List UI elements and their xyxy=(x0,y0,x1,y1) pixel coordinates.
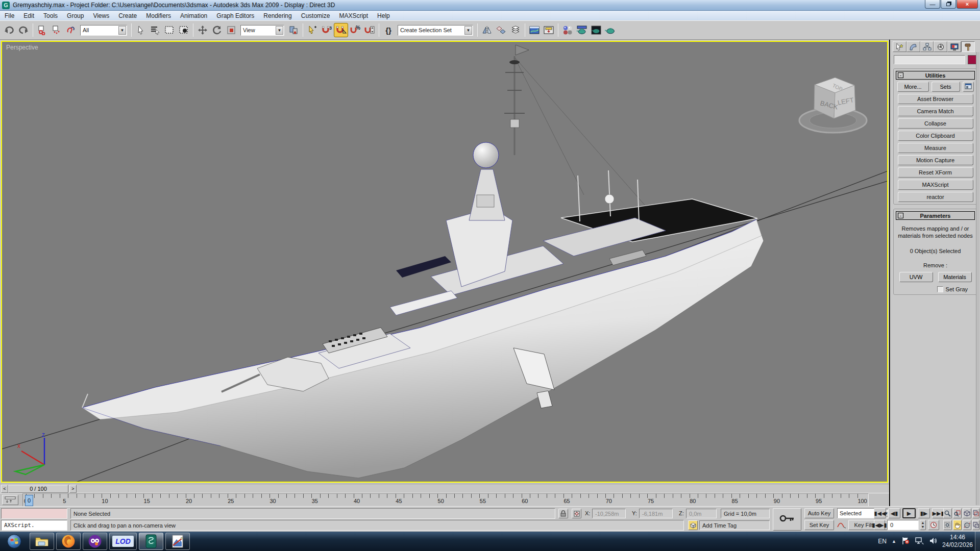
panel-scrollbar[interactable] xyxy=(976,52,979,505)
select-and-manipulate-icon[interactable] xyxy=(305,23,320,37)
menu-item[interactable]: Rendering xyxy=(259,11,296,20)
set-gray-checkbox[interactable] xyxy=(937,286,943,292)
zoom-extents-icon[interactable] xyxy=(963,508,971,518)
menu-item[interactable]: Views xyxy=(88,11,114,20)
file-explorer-icon[interactable] xyxy=(30,533,54,550)
open-mini-curve-editor-button[interactable] xyxy=(2,495,18,505)
menu-item[interactable]: Edit xyxy=(19,11,39,20)
x-coordinate-field[interactable]: -10,258m xyxy=(592,509,626,518)
zoom-extents-all-icon[interactable] xyxy=(972,508,979,518)
absolute-offset-toggle-icon[interactable] xyxy=(572,509,581,518)
tab-modify-icon[interactable] xyxy=(906,41,920,52)
parameters-rollout-header[interactable]: - Parameters xyxy=(896,211,975,220)
region-zoom-icon[interactable] xyxy=(943,520,952,530)
hidden-icons-chevron[interactable]: ▲ xyxy=(892,539,896,544)
frame-spinner[interactable]: ▲▼ xyxy=(920,520,926,530)
time-configuration-button[interactable] xyxy=(928,520,939,530)
utility-button[interactable]: Color Clipboard xyxy=(898,131,973,141)
tab-display-icon[interactable] xyxy=(947,41,961,52)
minimize-button[interactable]: — xyxy=(925,0,940,9)
y-coordinate-field[interactable]: -6,181m xyxy=(639,509,673,518)
spinner-snap-toggle-icon[interactable] xyxy=(362,23,377,37)
go-to-end-button[interactable]: ▶▶▮ xyxy=(932,508,944,518)
menu-item[interactable]: Group xyxy=(62,11,88,20)
previous-frame-arrow[interactable]: < xyxy=(1,485,8,493)
render-setup-icon[interactable] xyxy=(575,23,589,37)
select-by-name-icon[interactable] xyxy=(148,23,162,37)
utility-button[interactable]: reactor xyxy=(898,192,973,202)
selection-filter-dropdown[interactable]: All ▼ xyxy=(80,25,127,36)
rectangular-selection-region-icon[interactable] xyxy=(162,23,177,37)
menu-item[interactable]: File xyxy=(0,11,19,20)
percent-snap-toggle-icon[interactable]: % xyxy=(348,23,362,37)
set-key-button[interactable]: Set Key xyxy=(804,520,834,530)
viewport-label[interactable]: Perspective xyxy=(6,44,38,51)
select-and-move-icon[interactable] xyxy=(195,23,210,37)
taskbar-clock[interactable]: 14:46 24/02/2026 xyxy=(942,534,973,549)
redo-icon[interactable] xyxy=(16,23,31,37)
mirror-icon[interactable] xyxy=(480,23,494,37)
select-and-link-icon[interactable] xyxy=(35,23,50,37)
pan-view-icon[interactable] xyxy=(953,520,962,530)
menu-item[interactable]: Customize xyxy=(297,11,335,20)
current-frame-field[interactable]: 0 xyxy=(887,520,919,530)
snap-toggle-3d-icon[interactable]: 3 xyxy=(320,23,334,37)
tab-utilities-icon[interactable] xyxy=(961,41,975,52)
play-button[interactable]: ▶ xyxy=(902,508,916,518)
menu-item[interactable]: Help xyxy=(373,11,395,20)
time-ruler[interactable]: 0510152025303540455055606570758085909510… xyxy=(22,493,869,507)
tab-motion-icon[interactable] xyxy=(934,41,947,52)
utility-button[interactable]: Motion Capture xyxy=(898,155,973,165)
set-keys-button[interactable] xyxy=(773,508,801,531)
zoom-all-icon[interactable] xyxy=(953,508,962,518)
menu-item[interactable]: Animation xyxy=(176,11,212,20)
rendered-frame-window-icon[interactable] xyxy=(589,23,603,37)
utility-button[interactable]: Collapse xyxy=(898,118,973,129)
configure-button-sets-icon[interactable] xyxy=(963,82,974,92)
network-icon[interactable] xyxy=(915,537,924,546)
menu-item[interactable]: Modifiers xyxy=(141,11,176,20)
lod-app-icon[interactable]: LOD xyxy=(109,533,137,550)
start-button[interactable] xyxy=(1,533,28,550)
image-editor-icon[interactable] xyxy=(165,533,190,550)
object-name-field[interactable] xyxy=(894,55,965,64)
zoom-icon[interactable] xyxy=(943,508,952,518)
add-time-tag[interactable]: Add Time Tag xyxy=(699,520,770,530)
menu-item[interactable]: Tools xyxy=(39,11,62,20)
time-slider-value[interactable]: 0 / 100 xyxy=(8,485,68,493)
menu-item[interactable]: Create xyxy=(114,11,141,20)
firefox-icon[interactable] xyxy=(56,533,81,550)
edit-named-selection-sets-icon[interactable]: {} xyxy=(381,23,396,37)
use-pivot-center-icon[interactable] xyxy=(286,23,301,37)
menu-item[interactable]: MAXScript xyxy=(334,11,373,20)
action-center-flag-icon[interactable] xyxy=(901,537,910,546)
schematic-view-icon[interactable] xyxy=(542,23,556,37)
remove-uvw-button[interactable]: UVW xyxy=(899,272,933,282)
window-crossing-toggle-icon[interactable] xyxy=(177,23,191,37)
sets-button[interactable]: Sets xyxy=(932,82,960,92)
macro-recorder-pane[interactable] xyxy=(1,508,67,519)
material-editor-icon[interactable] xyxy=(560,23,575,37)
named-selection-sets-dropdown[interactable]: Create Selection Set ▼ xyxy=(398,25,473,36)
selection-lock-icon[interactable] xyxy=(558,509,568,518)
collapse-icon[interactable]: - xyxy=(898,72,903,78)
go-to-start-button[interactable]: ▮◀◀ xyxy=(874,508,886,518)
z-coordinate-field[interactable]: 0,0m xyxy=(686,509,717,518)
bind-to-space-warp-icon[interactable] xyxy=(64,23,78,37)
utilities-rollout-header[interactable]: - Utilities xyxy=(896,71,975,80)
align-icon[interactable] xyxy=(494,23,508,37)
utility-button[interactable]: Measure xyxy=(898,143,973,153)
volume-icon[interactable] xyxy=(929,537,937,546)
utility-button[interactable]: MAXScript xyxy=(898,180,973,190)
select-and-rotate-icon[interactable] xyxy=(210,23,224,37)
view-cube[interactable]: BACK LEFT TOP xyxy=(796,68,873,140)
menu-item[interactable]: Graph Editors xyxy=(212,11,259,20)
utility-button[interactable]: Camera Match xyxy=(898,106,973,116)
select-object-icon[interactable] xyxy=(134,23,148,37)
restore-button[interactable] xyxy=(941,0,956,9)
next-frame-arrow[interactable]: > xyxy=(69,485,77,493)
previous-frame-button[interactable]: ◀▮ xyxy=(888,508,900,518)
arc-rotate-icon[interactable] xyxy=(963,520,971,530)
angle-snap-toggle-icon[interactable] xyxy=(334,23,348,37)
select-and-scale-icon[interactable] xyxy=(224,23,238,37)
